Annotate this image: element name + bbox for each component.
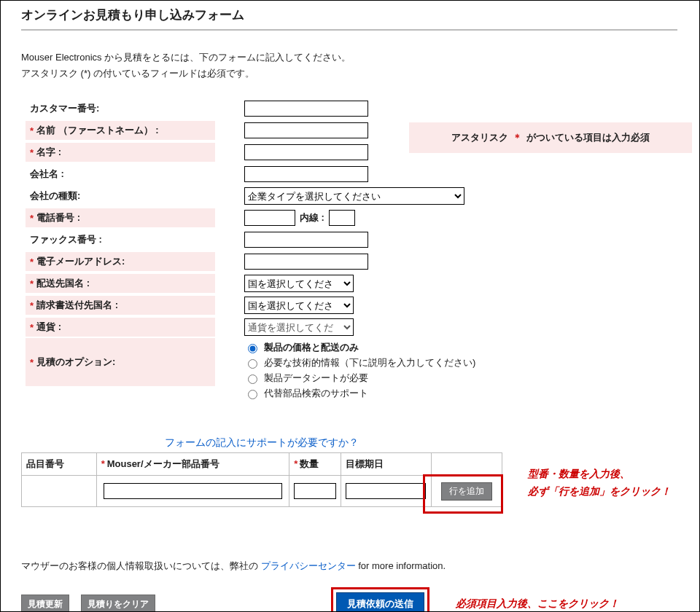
label-fax: ファックス番号 :	[26, 230, 215, 249]
fax-input[interactable]	[244, 232, 368, 248]
label-ship-country: *配送先国名 :	[26, 274, 215, 293]
th-action	[431, 453, 502, 476]
customer-no-input[interactable]	[244, 101, 368, 117]
label-phone-ext: 内線 :	[300, 211, 324, 224]
intro-text: Mouser Electronics から見積をとるには、下のフォームに記入して…	[21, 50, 686, 82]
parts-table: 品目番号 *Mouser/メーカー部品番号 *数量 目標期日 行を追加	[21, 452, 502, 507]
label-email: *電子メールアドレス:	[26, 252, 215, 271]
bill-country-select[interactable]: 国を選択してくださ	[244, 297, 354, 314]
intro-line2: アスタリスク (*) の付いているフィールドは必須です。	[21, 68, 254, 79]
th-part-no: *Mouser/メーカー部品番号	[96, 453, 289, 476]
quote-option-0[interactable]: 製品の価格と配送のみ	[244, 341, 475, 354]
quote-option-1[interactable]: 必要な技術的情報（下に説明を入力してください)	[244, 356, 475, 369]
phone-ext-input[interactable]	[329, 210, 355, 226]
quote-option-radio-1[interactable]	[248, 359, 257, 369]
label-customer-no: カスタマー番号:	[26, 99, 215, 118]
first-name-input[interactable]	[244, 122, 368, 138]
label-currency: *通貨 :	[26, 318, 215, 337]
label-bill-country: *請求書送付先国名 :	[26, 296, 215, 315]
th-target-date: 目標期日	[341, 453, 431, 476]
support-link[interactable]: フォームの記入にサポートが必要ですか？	[165, 436, 359, 448]
quote-option-group: 製品の価格と配送のみ 必要な技術的情報（下に説明を入力してください) 製品データ…	[244, 340, 475, 400]
submit-highlight: 見積依頼の送信	[331, 587, 429, 612]
label-last-name: *名字 :	[26, 143, 215, 162]
quote-option-radio-3[interactable]	[248, 390, 257, 399]
quote-option-radio-0[interactable]	[248, 344, 257, 353]
quote-option-radio-2[interactable]	[248, 374, 257, 384]
ship-country-select[interactable]: 国を選択してくださ	[244, 275, 354, 292]
required-notice: アスタリスク ＊ がついている項目は入力必須	[409, 122, 692, 153]
intro-line1: Mouser Electronics から見積をとるには、下のフォームに記入して…	[21, 52, 351, 63]
currency-select[interactable]: 通貨を選択してくだ	[244, 318, 354, 336]
asterisk-icon: ＊	[513, 132, 522, 143]
th-qty: *数量	[289, 453, 341, 476]
last-name-input[interactable]	[244, 144, 368, 160]
phone-input[interactable]	[244, 210, 295, 226]
grid-instruction: 型番・数量を入力後、 必ず「行を追加」をクリック！	[528, 466, 671, 501]
part-no-input[interactable]	[104, 483, 282, 499]
refresh-button[interactable]: 見積更新	[21, 595, 69, 612]
quote-option-2[interactable]: 製品データシートが必要	[244, 372, 475, 385]
label-quote-option: *見積のオプション:	[26, 338, 215, 386]
qty-input[interactable]	[294, 483, 337, 499]
company-type-select[interactable]: 企業タイプを選択してください	[244, 187, 464, 205]
privacy-text: マウザーのお客様の個人情報取扱いについては、弊社の プライバシーセンター for…	[21, 560, 686, 573]
privacy-link[interactable]: プライバシーセンター	[261, 560, 356, 571]
th-item-no: 品目番号	[22, 453, 97, 476]
label-first-name: *名前 （ファーストネーム） :	[26, 121, 215, 140]
quote-option-3[interactable]: 代替部品検索のサポート	[244, 387, 475, 400]
label-company-type: 会社の種類:	[26, 187, 215, 205]
submit-instruction: 必須項目入力後、ここをクリック！	[456, 597, 619, 611]
label-company: 会社名 :	[26, 165, 215, 184]
clear-button[interactable]: 見積りをクリア	[81, 595, 155, 612]
email-input[interactable]	[244, 254, 368, 270]
page-title: オンラインお見積もり申し込みフォーム	[21, 7, 677, 31]
add-row-button[interactable]: 行を追加	[441, 482, 492, 501]
submit-button[interactable]: 見積依頼の送信	[336, 592, 424, 612]
target-date-input[interactable]	[346, 483, 427, 499]
label-phone: *電話番号 :	[26, 208, 215, 227]
table-row: 行を追加	[22, 476, 502, 507]
company-input[interactable]	[244, 166, 368, 182]
